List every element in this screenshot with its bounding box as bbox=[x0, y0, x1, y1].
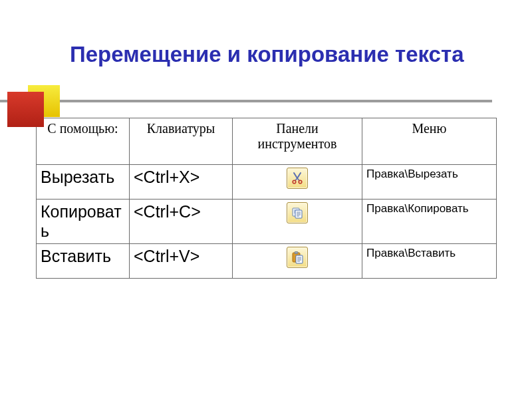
table-header-row: С помощью: Клавиатуры Панели инструменто… bbox=[37, 118, 497, 165]
svg-point-1 bbox=[299, 180, 302, 184]
toolbar-icon-cell bbox=[233, 243, 362, 278]
col-header-keyboard: Клавиатуры bbox=[130, 118, 233, 165]
slide-title: Перемещение и копирование текста bbox=[70, 42, 492, 68]
toolbar-icon-cell bbox=[233, 200, 362, 244]
paste-icon bbox=[291, 251, 304, 264]
cut-button[interactable] bbox=[287, 168, 308, 189]
action-cell: Вставить bbox=[37, 243, 130, 278]
svg-rect-13 bbox=[296, 255, 303, 263]
action-cell: Вырезать bbox=[37, 165, 130, 200]
svg-rect-6 bbox=[295, 210, 302, 218]
decoration-line bbox=[0, 100, 492, 102]
table-row: Вставить <Ctrl+V> bbox=[37, 243, 497, 278]
shortcuts-table: С помощью: Клавиатуры Панели инструменто… bbox=[36, 118, 497, 279]
action-cell: Копировать bbox=[37, 200, 130, 244]
copy-button[interactable] bbox=[287, 202, 308, 223]
col-header-toolbar: Панели инструментов bbox=[233, 118, 362, 165]
svg-point-0 bbox=[293, 180, 296, 184]
cut-icon bbox=[291, 172, 304, 185]
copy-icon bbox=[291, 206, 304, 219]
col-header-menu: Меню bbox=[362, 118, 497, 165]
table-row: Копировать <Ctrl+C> bbox=[37, 200, 497, 244]
svg-rect-12 bbox=[295, 251, 298, 253]
menu-cell: Правка\Вырезать bbox=[362, 165, 497, 200]
shortcuts-table-wrap: С помощью: Клавиатуры Панели инструменто… bbox=[36, 118, 496, 279]
col-header-help: С помощью: bbox=[37, 118, 130, 165]
decoration-red-square bbox=[7, 92, 44, 127]
table-row: Вырезать <Ctrl+X> bbox=[37, 165, 497, 200]
menu-cell: Правка\Вставить bbox=[362, 243, 497, 278]
paste-button[interactable] bbox=[287, 247, 308, 268]
menu-cell: Правка\Копировать bbox=[362, 200, 497, 244]
shortcut-cell: <Ctrl+V> bbox=[130, 243, 233, 278]
shortcut-cell: <Ctrl+X> bbox=[130, 165, 233, 200]
shortcut-cell: <Ctrl+C> bbox=[130, 200, 233, 244]
slide: Перемещение и копирование текста С помощ… bbox=[0, 0, 532, 399]
toolbar-icon-cell bbox=[233, 165, 362, 200]
